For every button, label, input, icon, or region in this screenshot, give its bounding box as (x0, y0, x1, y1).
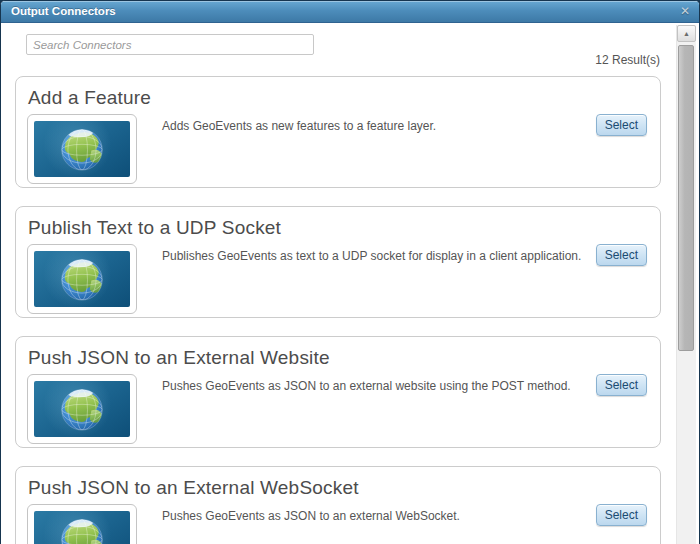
close-icon[interactable]: ✕ (680, 1, 690, 21)
connector-thumbnail (27, 374, 137, 444)
select-button[interactable]: Select (596, 114, 647, 136)
select-button[interactable]: Select (596, 504, 647, 526)
results-count: 12 Result(s) (595, 53, 660, 67)
dialog-title: Output Connectors (11, 1, 116, 22)
globe-icon (34, 121, 130, 177)
connector-title: Push JSON to an External Website (28, 347, 648, 369)
connector-thumbnail (27, 504, 137, 544)
globe-icon (34, 251, 130, 307)
connector-description: Adds GeoEvents as new features to a feat… (162, 115, 648, 134)
connector-thumbnail (27, 244, 137, 314)
connector-card: Add a Feature (15, 76, 661, 188)
connector-card: Push JSON to an External WebSocket (15, 466, 661, 544)
connector-card: Publish Text to a UDP Socket (15, 206, 661, 318)
dialog-header: Output Connectors ✕ (1, 1, 699, 23)
scroll-up-icon[interactable]: ▲ (677, 25, 696, 42)
scrollbar-thumb[interactable] (678, 45, 694, 351)
search-input[interactable] (26, 34, 314, 55)
connector-description: Pushes GeoEvents as JSON to an external … (162, 375, 648, 394)
connector-card: Push JSON to an External Website (15, 336, 661, 448)
select-button[interactable]: Select (596, 374, 647, 396)
globe-icon (34, 511, 130, 544)
output-connectors-dialog: Output Connectors ✕ 12 Result(s) Add a F… (0, 0, 700, 544)
connector-title: Add a Feature (28, 87, 648, 109)
select-button[interactable]: Select (596, 244, 647, 266)
globe-icon (34, 381, 130, 437)
connector-description: Publishes GeoEvents as text to a UDP soc… (162, 245, 648, 264)
connector-list: Add a Feature (15, 76, 661, 544)
dialog-body: 12 Result(s) Add a Feature (1, 23, 699, 544)
connector-title: Push JSON to an External WebSocket (28, 477, 648, 499)
scrollbar: ▲ (676, 25, 696, 544)
connector-title: Publish Text to a UDP Socket (28, 217, 648, 239)
connector-thumbnail (27, 114, 137, 184)
connector-description: Pushes GeoEvents as JSON to an external … (162, 505, 648, 524)
